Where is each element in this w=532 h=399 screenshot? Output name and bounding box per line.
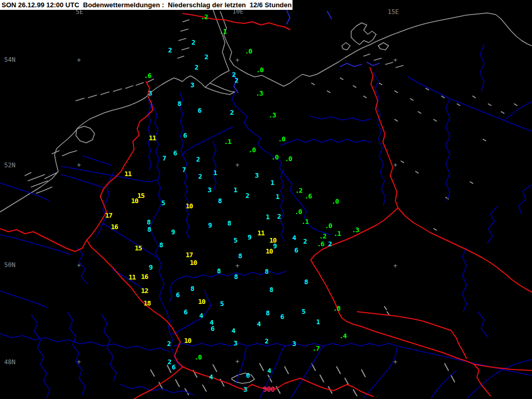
graticule-cross: + xyxy=(235,357,240,365)
station-value: 4 xyxy=(268,367,271,375)
station-value: 3 xyxy=(292,340,296,348)
coastlines-layer xyxy=(0,9,531,383)
station-value: 11 xyxy=(149,134,156,142)
station-value: 7 xyxy=(163,154,166,162)
station-value: 2 xyxy=(205,53,208,61)
station-value: 2 xyxy=(277,212,281,220)
station-value: 1 xyxy=(266,213,270,221)
station-value: 4 xyxy=(292,234,296,242)
station-value: 10 xyxy=(131,197,138,205)
station-value: 4 xyxy=(257,320,261,328)
station-value: 1 xyxy=(234,186,237,194)
station-value: 4 xyxy=(200,312,203,320)
station-value: .0 xyxy=(248,146,256,154)
station-value: .6 xyxy=(144,72,151,79)
station-value: 8 xyxy=(147,218,151,226)
station-value: .0 xyxy=(285,155,292,163)
station-value: .2 xyxy=(201,13,208,21)
graticule-label: 50N xyxy=(4,261,16,269)
station-value: .0 xyxy=(271,153,278,161)
station-value: 6 xyxy=(176,291,180,299)
graticule-cross: + xyxy=(393,262,397,270)
station-value: .2 xyxy=(295,187,302,194)
station-value: 18 xyxy=(143,299,151,307)
station-value: 1 xyxy=(214,169,217,177)
station-value: 5 xyxy=(234,236,237,244)
station-value: 6 xyxy=(246,371,250,379)
station-value: 15 xyxy=(135,244,142,252)
elevation-label: 900 xyxy=(263,385,274,393)
station-value: 8 xyxy=(266,309,270,317)
station-value: .8 xyxy=(333,304,340,312)
title-bar: SON 26.12.99 12:00 UTC Bodenwettermeldun… xyxy=(0,0,292,10)
station-value: 11 xyxy=(124,170,131,178)
station-value: 8 xyxy=(304,278,308,286)
station-value: 9 xyxy=(248,233,251,241)
station-value: .4 xyxy=(339,332,347,340)
station-value: 2 xyxy=(303,237,307,245)
station-value: 2 xyxy=(167,340,171,348)
station-value: 9 xyxy=(149,263,153,271)
station-value: 2 xyxy=(192,38,195,46)
station-value: 16 xyxy=(111,223,118,231)
station-value: 8 xyxy=(148,225,151,233)
graticule-cross: + xyxy=(77,358,81,366)
station-value: .6 xyxy=(317,240,324,248)
station-value: 6 xyxy=(281,313,284,321)
station-value: 10 xyxy=(185,202,193,210)
station-value: 16 xyxy=(141,273,148,281)
station-value: 3 xyxy=(208,186,211,194)
station-value: 12 xyxy=(141,287,148,295)
station-value: 2 xyxy=(230,109,234,116)
station-value: 8 xyxy=(265,268,269,275)
station-value: 4 xyxy=(232,327,235,335)
graticule-cross: + xyxy=(393,56,397,64)
station-value: .0 xyxy=(295,208,302,216)
station-value: 3 xyxy=(234,339,237,347)
station-value: 5 xyxy=(220,300,224,308)
station-value: .1 xyxy=(334,230,341,237)
station-value: 2 xyxy=(328,240,332,248)
station-value: 3 xyxy=(149,89,152,97)
station-value: 8 xyxy=(228,219,231,227)
station-value: 2 xyxy=(235,76,238,84)
station-value: .3 xyxy=(269,111,276,119)
weather-map: ++++++++++++ 5E10E15E54N52N50N48N .2.1.0… xyxy=(0,0,532,399)
station-value: 9 xyxy=(208,221,212,229)
graticule-label: 52N xyxy=(4,162,16,169)
station-value: 6 xyxy=(172,363,176,371)
rivers-layer xyxy=(0,45,531,398)
station-value: .0 xyxy=(325,222,332,230)
graticule-cross: + xyxy=(77,261,81,269)
station-value: 10 xyxy=(190,259,197,267)
graticule-cross: + xyxy=(77,161,81,169)
graticule-cross: + xyxy=(235,262,240,270)
station-value: 8 xyxy=(191,285,194,292)
station-value: 8 xyxy=(234,273,238,281)
station-value: .0 xyxy=(256,66,263,74)
station-value: .6 xyxy=(304,192,312,200)
graticule-cross: + xyxy=(77,56,81,64)
station-value: 8 xyxy=(217,267,221,275)
station-value: 2 xyxy=(168,46,172,54)
station-value: 11 xyxy=(128,273,136,281)
station-value: .0 xyxy=(278,135,285,143)
graticule-label: 54N xyxy=(4,56,16,63)
graticule-cross: + xyxy=(393,358,397,366)
station-value: 8 xyxy=(238,252,242,260)
station-value: 3 xyxy=(255,171,259,179)
station-value: 17 xyxy=(185,251,193,259)
graticule-label: 48N xyxy=(4,358,16,366)
station-value: 8 xyxy=(270,286,273,294)
station-value: 5 xyxy=(162,199,165,207)
station-value: .2 xyxy=(319,232,326,240)
station-value: .0 xyxy=(331,197,339,205)
station-value: 10 xyxy=(198,298,205,305)
station-value: 10 xyxy=(269,236,276,244)
station-value: .1 xyxy=(224,138,231,145)
station-value: 6 xyxy=(295,246,298,254)
station-value: 6 xyxy=(211,325,215,332)
station-value: 9 xyxy=(171,228,175,236)
station-value: 10 xyxy=(265,247,273,255)
graticule-cross: + xyxy=(235,161,240,169)
